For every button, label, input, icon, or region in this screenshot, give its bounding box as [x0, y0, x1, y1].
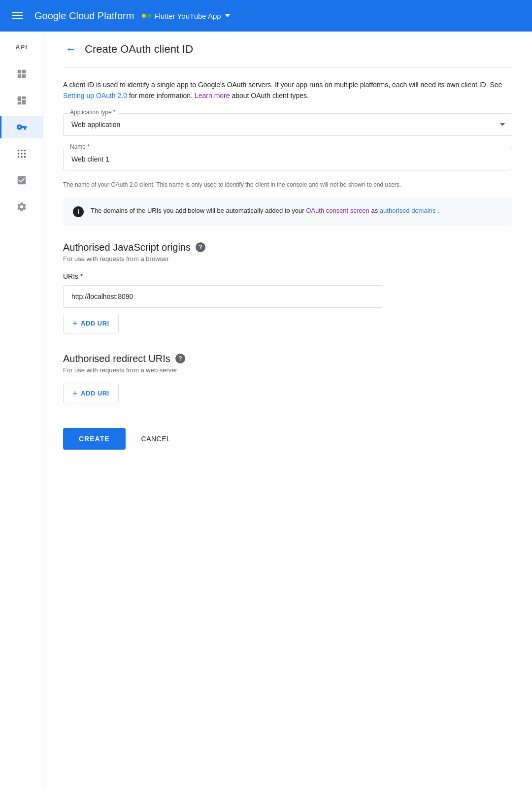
add-redirect-plus-icon: + — [72, 389, 78, 398]
info-icon: i — [73, 206, 84, 217]
info-text: The domains of the URIs you add below wi… — [91, 206, 439, 216]
page-layout: API ← Create OAuth client ID A — [0, 32, 532, 788]
dot-green — [147, 14, 151, 18]
create-button[interactable]: CREATE — [63, 428, 126, 450]
name-label: Name * — [68, 143, 92, 150]
dashboard-icon — [16, 95, 27, 106]
js-origins-help-icon[interactable]: ? — [196, 242, 205, 252]
action-bar: CREATE CANCEL — [63, 423, 512, 450]
brand-name: Google Cloud Platform — [34, 10, 134, 22]
project-icon — [142, 14, 151, 18]
main-content: ← Create OAuth client ID A client ID is … — [43, 32, 532, 788]
js-origins-section: Authorised JavaScript origins ? For use … — [63, 242, 512, 333]
project-dropdown-chevron — [225, 14, 230, 17]
dotgrid-icon — [16, 148, 27, 159]
app-type-select[interactable]: Web application Android Chrome App iOS T… — [64, 114, 512, 135]
svg-point-4 — [21, 153, 23, 155]
info-box: i The domains of the URIs you add below … — [63, 197, 512, 226]
hamburger-menu[interactable] — [8, 8, 27, 23]
js-origins-heading: Authorised JavaScript origins ? — [63, 242, 512, 253]
svg-point-6 — [17, 156, 19, 158]
svg-point-8 — [24, 156, 26, 158]
top-navigation: Google Cloud Platform Flutter YouTube Ap… — [0, 0, 532, 32]
svg-point-0 — [17, 150, 19, 152]
svg-point-1 — [21, 150, 23, 152]
add-redirect-uri-label: ADD URI — [81, 390, 109, 397]
sidebar: API — [0, 32, 43, 788]
svg-point-7 — [21, 156, 23, 158]
project-name: Flutter YouTube App — [154, 12, 221, 20]
project-selector[interactable]: Flutter YouTube App — [142, 12, 230, 20]
sidebar-item-services[interactable] — [0, 142, 43, 165]
svg-point-5 — [24, 153, 26, 155]
add-js-uri-label: ADD URI — [81, 320, 109, 327]
sidebar-item-settings[interactable] — [0, 196, 43, 218]
sidebar-api-label: API — [15, 39, 28, 59]
js-origins-sub: For use with requests from a browser — [63, 255, 512, 263]
add-js-uri-button[interactable]: + ADD URI — [63, 314, 119, 333]
grid-icon — [16, 68, 27, 79]
svg-point-2 — [24, 150, 26, 152]
add-redirect-uri-button[interactable]: + ADD URI — [63, 384, 119, 403]
redirect-uris-heading: Authorised redirect URIs ? — [63, 353, 512, 364]
name-input[interactable] — [63, 148, 512, 170]
back-button[interactable]: ← — [63, 41, 79, 57]
settings-icon — [16, 201, 27, 212]
name-hint: The name of your OAuth 2.0 client. This … — [63, 180, 512, 189]
checklist-icon — [16, 175, 27, 186]
active-indicator — [0, 116, 1, 138]
app-type-label: Application type * — [68, 109, 118, 116]
name-field: Name * — [63, 148, 512, 170]
page-title: Create OAuth client ID — [85, 43, 193, 56]
description-text: A client ID is used to identify a single… — [63, 79, 512, 101]
key-icon — [16, 122, 27, 132]
app-type-select-wrapper[interactable]: Web application Android Chrome App iOS T… — [63, 113, 512, 136]
authorised-domains-link[interactable]: authorised domains — [380, 207, 435, 214]
add-uri-plus-icon: + — [72, 319, 78, 328]
oauth-consent-link[interactable]: OAuth consent screen — [306, 207, 369, 214]
uris-label: URIs * — [63, 272, 512, 280]
page-header: ← Create OAuth client ID — [63, 32, 512, 67]
redirect-sub: For use with requests from a web server — [63, 366, 512, 374]
setup-oauth-link[interactable]: Setting up OAuth 2.0 — [63, 92, 127, 99]
dot-yellow — [142, 14, 146, 18]
js-origins-uri-input[interactable] — [63, 285, 383, 308]
sidebar-item-credentials[interactable] — [0, 116, 43, 138]
redirect-help-icon[interactable]: ? — [175, 354, 185, 363]
redirect-uris-section: Authorised redirect URIs ? For use with … — [63, 353, 512, 403]
cancel-button[interactable]: CANCEL — [133, 428, 179, 450]
sidebar-item-dashboard[interactable] — [0, 89, 43, 112]
sidebar-item-marketplace[interactable] — [0, 63, 43, 85]
app-type-field: Application type * Web application Andro… — [63, 113, 512, 136]
learn-more-link[interactable]: Learn more — [195, 92, 230, 99]
sidebar-item-consent[interactable] — [0, 169, 43, 192]
svg-point-3 — [17, 153, 19, 155]
